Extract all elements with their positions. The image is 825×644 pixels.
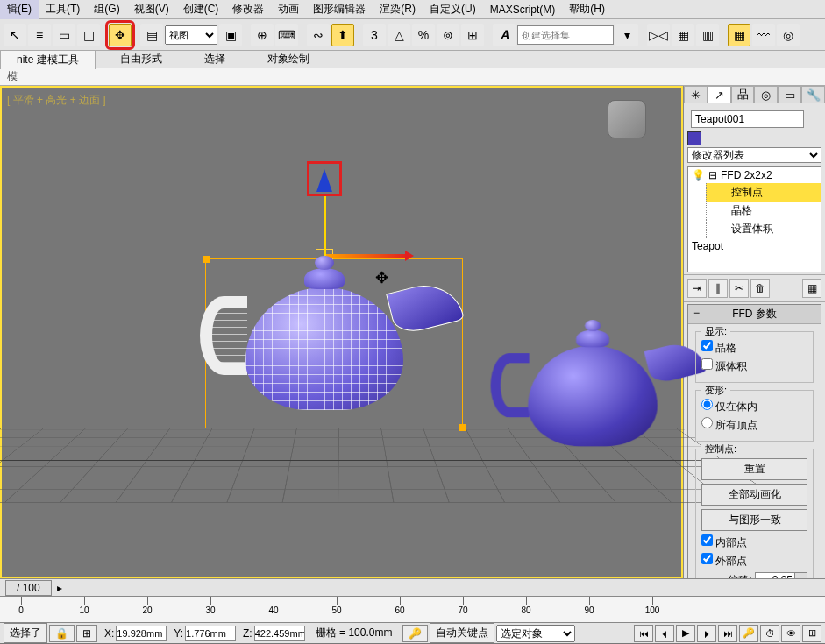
all-verts-radio[interactable]: 所有顶点 (701, 417, 807, 433)
coord-y-input[interactable] (185, 626, 236, 641)
curve-editor-icon[interactable]: ▦ (728, 24, 750, 46)
ref-coord-dropdown[interactable]: 视图 (165, 25, 217, 45)
stack-sub-lattice[interactable]: 晶格 (706, 202, 821, 220)
select-by-name-icon[interactable]: ≡ (28, 24, 51, 46)
match-shape-button[interactable]: 与图形一致 (701, 509, 807, 531)
coord-z-input[interactable] (254, 626, 305, 641)
scrollbar-right-icon[interactable]: ▸ (57, 582, 62, 594)
modifier-list-dropdown[interactable]: 修改器列表 (687, 147, 821, 163)
snap-3-icon[interactable]: 3 (363, 24, 386, 46)
viewcube[interactable] (608, 100, 646, 138)
expand-icon[interactable]: ⊟ (708, 169, 717, 181)
outer-points-checkbox[interactable]: 外部点 (701, 553, 807, 569)
menu-customize[interactable]: 自定义(U) (423, 0, 483, 19)
use-pivot-center-icon[interactable]: ▣ (219, 24, 242, 46)
menu-tools[interactable]: 工具(T) (39, 0, 87, 19)
angle-snap-icon[interactable]: ⬆ (331, 24, 354, 46)
source-volume-checkbox[interactable]: 源体积 (701, 358, 807, 374)
animate-all-button[interactable]: 全部动画化 (701, 484, 807, 506)
object-name-field[interactable] (691, 110, 804, 128)
remove-modifier-icon[interactable]: 🗑 (750, 279, 770, 298)
keyboard-shortcut-icon[interactable]: ⌨ (275, 24, 298, 46)
menu-modifiers[interactable]: 修改器 (225, 0, 271, 19)
absolute-transform-icon[interactable]: ⊞ (76, 625, 97, 642)
teapot-selected[interactable] (245, 287, 403, 410)
show-end-result-icon[interactable]: ∥ (708, 279, 728, 298)
viewport-nav-icon[interactable]: ⊞ (802, 625, 821, 642)
menu-animation[interactable]: 动画 (271, 0, 306, 19)
panel-tab-display-icon[interactable]: ▭ (778, 86, 801, 103)
modifier-stack[interactable]: 💡⊟FFD 2x2x2 控制点 晶格 设置体积 Teapot (687, 166, 821, 272)
goto-end-icon[interactable]: ⏭ (718, 625, 737, 642)
next-frame-icon[interactable]: ⏵ (697, 625, 716, 642)
panel-tab-modify-icon[interactable]: ↗ (708, 86, 731, 103)
lattice-checkbox[interactable]: 晶格 (701, 340, 807, 356)
panel-tab-motion-icon[interactable]: ◎ (754, 86, 778, 103)
isolate-icon[interactable]: 👁 (781, 625, 800, 642)
stack-base-teapot[interactable]: Teapot (688, 238, 821, 254)
layer-manager-icon[interactable]: ▤ (140, 24, 163, 46)
menu-create[interactable]: 创建(C) (176, 0, 226, 19)
menu-group[interactable]: 组(G) (87, 0, 126, 19)
menu-graph-editors[interactable]: 图形编辑器 (306, 0, 373, 19)
key-mode-icon[interactable]: 🔑 (739, 625, 758, 642)
gizmo-x-axis[interactable] (326, 254, 409, 258)
menu-maxscript[interactable]: MAXScript(M) (483, 1, 563, 18)
align-icon[interactable]: ▦ (672, 24, 694, 46)
material-editor-icon[interactable]: ◎ (777, 24, 800, 46)
menu-edit[interactable]: 辑(E) (0, 0, 39, 19)
teapot-unselected[interactable] (528, 346, 658, 447)
time-ruler[interactable]: 0102030405060708090100 (0, 596, 825, 622)
lock-selection-icon[interactable]: 🔒 (49, 625, 75, 642)
panel-tab-utilities-icon[interactable]: 🔧 (801, 86, 825, 103)
time-config-icon[interactable]: ⏱ (760, 625, 779, 642)
panel-tab-hierarchy-icon[interactable]: 品 (731, 86, 755, 103)
prev-frame-icon[interactable]: ⏴ (655, 625, 674, 642)
menu-view[interactable]: 视图(V) (127, 0, 176, 19)
key-filters-dropdown[interactable]: 选定对象 (496, 625, 575, 642)
layer-explorer-icon[interactable]: ▥ (696, 24, 719, 46)
stack-sub-volume[interactable]: 设置体积 (706, 220, 821, 238)
pin-stack-icon[interactable]: ⇥ (687, 279, 707, 298)
selection-set-dropdown-icon[interactable]: ▾ (615, 24, 638, 46)
bulb-icon[interactable]: 💡 (692, 169, 705, 181)
percent-snap-icon[interactable]: % (412, 24, 435, 46)
viewport-perspective[interactable]: [ 平滑 + 高光 + 边面 ] ✥ (0, 86, 683, 578)
select-object-icon[interactable]: ↖ (4, 24, 26, 46)
ribbon-group-paint[interactable]: 对象绘制 (246, 50, 331, 68)
stack-sub-control[interactable]: 控制点 (706, 183, 821, 202)
schematic-view-icon[interactable]: 〰 (752, 24, 775, 46)
stack-ffd[interactable]: FFD 2x2x2 (721, 169, 772, 181)
spinner-snap-icon[interactable]: ⊚ (437, 24, 459, 46)
ribbon-group-freeform[interactable]: 自由形式 (99, 50, 183, 68)
time-slider-knob[interactable]: / 100 (5, 580, 52, 596)
edged-faces-icon[interactable]: ⊞ (461, 24, 484, 46)
selection-set-input[interactable] (517, 25, 614, 45)
coord-x-input[interactable] (116, 626, 167, 641)
ribbon-group-select[interactable]: 选择 (183, 50, 246, 68)
viewport-label[interactable]: [ 平滑 + 高光 + 边面 ] (7, 93, 106, 108)
ribbon-tab-modeling[interactable]: nite 建模工具 (0, 50, 96, 69)
panel-tab-create-icon[interactable]: ✳ (684, 86, 708, 103)
configure-sets-icon[interactable]: ▦ (802, 279, 821, 298)
make-unique-icon[interactable]: ✂ (729, 279, 749, 298)
inner-points-checkbox[interactable]: 内部点 (701, 534, 807, 550)
autokey-button[interactable]: 自动关键点 (430, 623, 494, 643)
rollout-header[interactable]: FFD 参数 (688, 305, 821, 324)
inside-only-radio[interactable]: 仅在体内 (701, 399, 807, 414)
angle-snap-toggle-icon[interactable]: △ (388, 24, 410, 46)
spinner-arrows-icon[interactable] (795, 572, 807, 578)
offset-spinner[interactable] (755, 572, 807, 578)
rect-select-icon[interactable]: ▭ (53, 24, 75, 46)
select-manipulate-icon[interactable]: ⊕ (251, 24, 274, 46)
goto-start-icon[interactable]: ⏮ (634, 625, 653, 642)
reset-button[interactable]: 重置 (701, 458, 807, 480)
snap-toggle-icon[interactable]: ∾ (307, 24, 330, 46)
named-selection-icon[interactable]: 𝘼 (493, 24, 516, 46)
ribbon-subtab[interactable]: 模 (0, 69, 25, 84)
menu-render[interactable]: 渲染(R) (373, 0, 423, 19)
offset-input[interactable] (755, 572, 795, 578)
window-crossing-icon[interactable]: ◫ (77, 24, 100, 46)
object-color-swatch[interactable] (687, 131, 701, 145)
play-icon[interactable]: ▶ (676, 625, 695, 642)
